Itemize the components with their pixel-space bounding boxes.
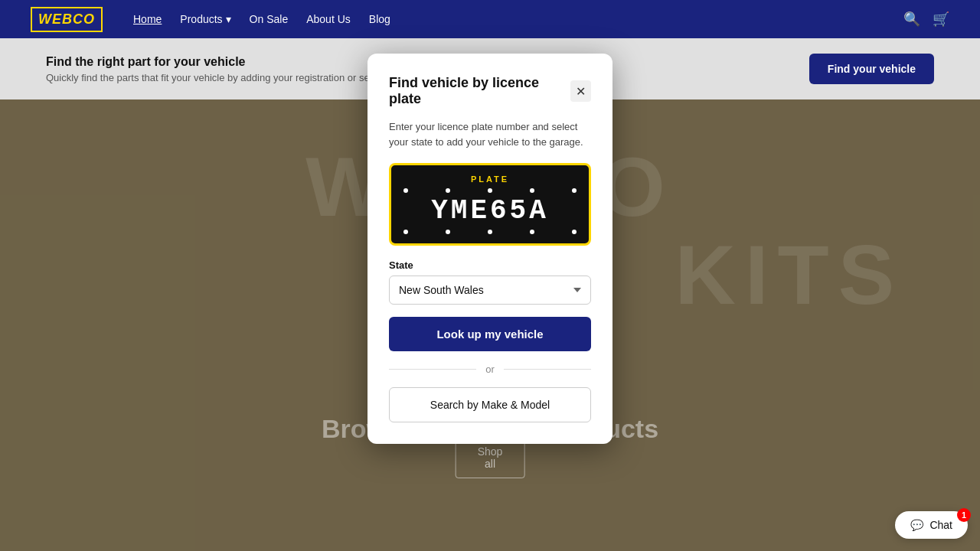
navbar-left: WEBCO Home Products ▾ On Sale About Us B… [31,7,390,32]
chat-icon: 💬 [910,519,923,531]
logo[interactable]: WEBCO [31,7,103,32]
plate-dot-bc1 [446,230,450,234]
plate-dot-br [572,230,577,234]
plate-bottom-dots [403,230,577,234]
nav-blog[interactable]: Blog [369,13,390,25]
plate-dot-tc2 [488,188,492,193]
navbar-right: 🔍 🛒 [903,11,949,28]
or-text: or [485,364,495,375]
modal-close-button[interactable]: ✕ [570,80,591,102]
plate-dot-tl [403,188,408,193]
navbar: WEBCO Home Products ▾ On Sale About Us B… [0,0,980,38]
state-select[interactable]: New South Wales Victoria Queensland Sout… [389,276,591,305]
plate-dot-tc1 [446,188,450,193]
nav-onsale[interactable]: On Sale [250,13,289,25]
plate-number: YME65A [403,196,577,227]
chat-widget[interactable]: 💬 Chat 1 [895,511,968,539]
plate-dot-bc2 [488,230,492,234]
modal-header: Find vehicle by licence plate ✕ [389,75,591,107]
chat-badge: 1 [957,508,971,522]
or-line-left [389,369,476,370]
lookup-vehicle-button[interactable]: Look up my vehicle [389,317,591,351]
plate-dot-tc3 [530,188,534,193]
modal-title: Find vehicle by licence plate [389,75,570,107]
or-divider: or [389,364,591,375]
nav-links: Home Products ▾ On Sale About Us Blog [133,13,390,25]
cart-button[interactable]: 🛒 [933,11,949,28]
modal-backdrop: Find vehicle by licence plate ✕ Enter yo… [0,38,980,551]
search-make-model-button[interactable]: Search by Make & Model [389,387,591,422]
plate-label: PLATE [403,174,577,184]
plate-top-dots [403,188,577,193]
vehicle-lookup-modal: Find vehicle by licence plate ✕ Enter yo… [368,54,612,444]
plate-dot-bc3 [530,230,534,234]
chevron-down-icon: ▾ [226,13,231,25]
nav-home[interactable]: Home [133,13,162,25]
nav-aboutus[interactable]: About Us [306,13,351,25]
state-label: State [389,259,591,271]
chat-label: Chat [929,519,952,531]
search-button[interactable]: 🔍 [903,11,920,28]
or-line-right [504,369,591,370]
plate-dot-bl [403,230,408,234]
plate-dot-tr [572,188,577,193]
modal-description: Enter your licence plate number and sele… [389,119,591,149]
nav-products[interactable]: Products ▾ [180,13,230,25]
license-plate: PLATE YME65A [389,163,591,246]
